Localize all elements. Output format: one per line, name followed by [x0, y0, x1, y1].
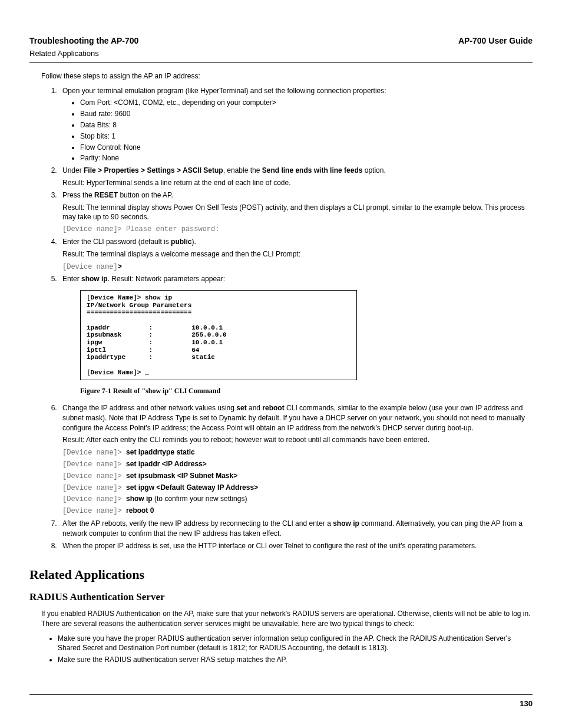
result-text: Result: HyperTerminal sends a line retur…: [62, 178, 533, 188]
step-2: Under File > Properties > Settings > ASC…: [59, 166, 533, 188]
bold-text: set: [236, 404, 246, 412]
text: button on the AP.: [118, 191, 173, 199]
bold-text: reboot: [262, 404, 284, 412]
cmd-line: [Device name]> set ipsubmask <IP Subnet …: [62, 471, 533, 482]
step-1-bullets: Com Port: <COM1, COM2, etc., depending o…: [74, 98, 533, 163]
step-1-text: Open your terminal emulation program (li…: [62, 87, 386, 95]
text: After the AP reboots, verify the new IP …: [62, 519, 333, 528]
text: . Result: Network parameters appear:: [108, 275, 225, 283]
step-4: Enter the CLI password (default is publi…: [59, 237, 533, 272]
steps-list: Open your terminal emulation program (li…: [41, 86, 533, 551]
intro-text: Follow these steps to assign the AP an I…: [41, 71, 533, 81]
figure-block: [Device Name]> show ip IP/Network Group …: [80, 290, 533, 396]
text: Change the IP address and other network …: [62, 404, 236, 412]
subsection-radius: RADIUS Authentication Server: [29, 590, 533, 604]
text: Enter the CLI password (default is: [62, 238, 171, 246]
cli-note: (to confirm your new settings): [153, 495, 247, 503]
header-right: AP-700 User Guide: [458, 35, 533, 47]
step-6: Change the IP address and other network …: [59, 403, 533, 516]
step-8: When the proper IP address is set, use t…: [59, 541, 533, 551]
list-item: Flow Control: None: [80, 143, 533, 153]
cli-command: set ipgw <Default Gateway IP Address>: [126, 483, 258, 492]
list-item: Com Port: <COM1, COM2, etc., depending o…: [80, 98, 533, 108]
cli-command: reboot 0: [126, 506, 154, 515]
radius-intro: If you enabled RADIUS Authentication on …: [41, 609, 533, 629]
header-left: Troubleshooting the AP-700 Related Appli…: [29, 35, 138, 59]
cli-prompt: [Device name]>: [62, 495, 126, 503]
result-text: Result: The terminal display shows Power…: [62, 203, 533, 223]
section-related-applications: Related Applications: [29, 566, 533, 584]
cmd-line: [Device name]> show ip (to confirm your …: [62, 494, 533, 505]
cli-prompt: [Device name]>: [62, 449, 126, 457]
step-3: Press the RESET button on the AP. Result…: [59, 190, 533, 235]
step-7: After the AP reboots, verify the new IP …: [59, 519, 533, 539]
bold-text: show ip: [81, 275, 108, 283]
text: Under: [62, 166, 84, 174]
page-header: Troubleshooting the AP-700 Related Appli…: [29, 35, 533, 59]
bold-text: RESET: [94, 191, 118, 199]
list-item: Data Bits: 8: [80, 120, 533, 130]
text: Enter: [62, 275, 81, 283]
cli-prompt: [Device name]>: [62, 472, 126, 480]
list-item: Stop bits: 1: [80, 131, 533, 141]
cli-output: [Device name]> Please enter password:: [62, 225, 533, 235]
step-1: Open your terminal emulation program (li…: [59, 86, 533, 164]
cli-prompt: [Device name]>: [62, 507, 126, 515]
header-title: Troubleshooting the AP-700: [29, 35, 138, 47]
radius-bullets: Make sure you have the proper RADIUS aut…: [41, 634, 533, 665]
text: ).: [191, 238, 196, 246]
list-item: Baud rate: 9600: [80, 109, 533, 119]
cli-prefix: [Device name]: [62, 263, 118, 271]
cli-command: set ipaddr <IP Address>: [126, 460, 207, 468]
header-subtitle: Related Applications: [29, 48, 138, 59]
cli-cursor: >: [118, 263, 122, 271]
cli-prompt: [Device name]>: [62, 484, 126, 492]
figure-caption: Figure 7-1 Result of "show ip" CLI Comma…: [80, 386, 533, 396]
cmd-line: [Device name]> reboot 0: [62, 506, 533, 516]
list-item: Parity: None: [80, 153, 533, 163]
bold-text: show ip: [333, 519, 359, 528]
cmd-line: [Device name]> set ipaddr <IP Address>: [62, 459, 533, 470]
cli-prompt: [Device name]>: [62, 262, 533, 272]
cmd-line: [Device name]> set ipaddrtype static: [62, 447, 533, 458]
cli-prompt: [Device name]>: [62, 460, 126, 469]
cli-command: show ip: [126, 495, 153, 503]
result-text: Result: After each entry the CLI reminds…: [62, 435, 533, 445]
footer-divider: [29, 694, 533, 695]
result-text: Result: The terminal displays a welcome …: [62, 249, 533, 259]
bold-text: Send line ends with line feeds: [262, 166, 363, 174]
cli-command: set ipaddrtype static: [126, 448, 195, 456]
bold-text: File > Properties > Settings > ASCII Set…: [84, 166, 223, 174]
text: option.: [362, 166, 385, 174]
text: Press the: [62, 191, 94, 199]
text: and: [247, 404, 263, 412]
list-item: Make sure the RADIUS authentication serv…: [58, 655, 533, 665]
list-item: Make sure you have the proper RADIUS aut…: [58, 634, 533, 654]
bold-text: public: [171, 238, 191, 246]
step-5: Enter show ip. Result: Network parameter…: [59, 274, 533, 396]
cmd-line: [Device name]> set ipgw <Default Gateway…: [62, 483, 533, 493]
header-divider: [29, 62, 533, 63]
page-number: 130: [29, 699, 533, 709]
cli-command: set ipsubmask <IP Subnet Mask>: [126, 472, 237, 480]
cli-output-box: [Device Name]> show ip IP/Network Group …: [80, 290, 357, 380]
text: , enable the: [223, 166, 262, 174]
